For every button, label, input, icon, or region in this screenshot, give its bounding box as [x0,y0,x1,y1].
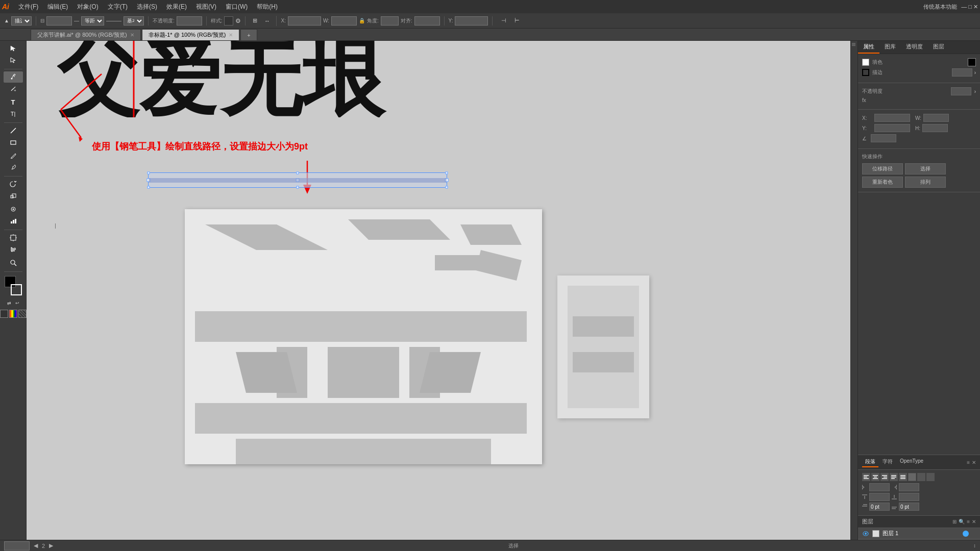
layers-search-icon[interactable]: 🔍 [959,519,965,524]
menu-text[interactable]: 文字(T) [104,2,132,12]
opacity-right-input[interactable]: 100% [951,87,971,95]
symbol-tool[interactable] [4,204,23,215]
justify-btn[interactable] [890,473,898,481]
tab-extra[interactable]: + [240,29,257,40]
handle-tr[interactable] [446,172,448,174]
tab-untitled[interactable]: 非标题-1* @ 100% (RGB/预览) ✕ [142,29,240,40]
align-left-icon[interactable]: ⊣ [499,16,509,26]
stroke-selector[interactable]: 描边 [11,16,32,26]
path-selection-box[interactable] [148,172,447,188]
direct-selection-tool[interactable] [4,55,23,66]
type-tool[interactable]: T [4,96,23,108]
hand-tool[interactable] [4,244,23,255]
menu-help[interactable]: 帮助(H) [253,2,282,12]
align-icon[interactable]: ⊞ [250,16,260,26]
column-chart-tool[interactable] [4,215,23,227]
stroke-size-right[interactable]: 9 pt [952,68,972,77]
pen-tool[interactable] [4,71,23,83]
menu-file[interactable]: 文件(F) [14,2,42,12]
scale-tool[interactable] [4,190,23,202]
swap-colors-icon[interactable]: ⇄ [6,299,13,307]
x-input[interactable]: 469.928 [288,16,321,26]
tab-father-day[interactable]: 父亲节讲解.ai* @ 800% (RGB/预览) ✕ [31,29,141,40]
handle-tl[interactable] [148,172,150,174]
style-preview[interactable] [224,16,233,26]
h-input[interactable]: 0 px [414,16,440,26]
panel-hamburger-icon[interactable]: ≡ [967,460,970,465]
layers-collapse-icon[interactable]: ✕ [972,519,976,524]
stroke-preset-select[interactable]: 基本 [124,16,144,26]
style-settings-icon[interactable]: ⚙ [235,17,241,24]
zoom-tool[interactable] [4,257,23,268]
rotate-tool[interactable] [4,179,23,190]
align-left-btn[interactable] [862,473,870,481]
artboard-main[interactable] [185,209,542,464]
y-right-input[interactable]: 944.375 [874,124,910,132]
stroke-expand-icon[interactable]: › [974,70,976,76]
lock-icon[interactable]: 🔒 [359,18,365,23]
w-input[interactable]: 95 px [331,16,357,26]
opacity-input[interactable]: 100% [177,16,202,26]
justify-all-btn[interactable] [899,473,907,481]
menu-effects[interactable]: 效果(E) [162,2,191,12]
x-right-input[interactable]: 469.928 [874,114,910,122]
gradient-icon[interactable] [9,310,17,318]
menu-view[interactable]: 视图(V) [192,2,220,12]
brush-tool[interactable] [4,162,23,173]
stroke-size-input[interactable]: 9 pt [46,16,72,26]
line-tool[interactable] [4,125,23,136]
last-indent-input[interactable] [899,503,919,511]
status-nav-prev[interactable]: ◀ [34,542,38,549]
align-right-btn[interactable] [880,473,889,481]
w-right-input[interactable]: 95 px [923,114,949,122]
char-tab[interactable]: 字符 [879,457,896,467]
recolor-btn[interactable]: 重新着色 [862,177,903,188]
align-btn-8[interactable] [926,473,935,481]
r-tab-library[interactable]: 图库 [879,41,901,54]
selection-tool[interactable] [4,43,23,54]
transform-icon[interactable]: ↔ [262,16,272,26]
path-container[interactable] [148,172,447,188]
space-before-input[interactable]: 0 pt [869,493,890,501]
panel-collapse-btn[interactable]: ✕ [972,460,976,465]
angle-right-input[interactable]: 0° [871,134,896,142]
canvas-area[interactable]: 父爱无垠 使用【钢笔工具】绘制直线路径，设置描边大小为9pt [27,41,857,551]
stroke-color[interactable] [11,284,22,295]
menu-object[interactable]: 对象(O) [73,2,102,12]
align-center-btn[interactable] [871,473,879,481]
opentype-tab[interactable]: OpenType [897,457,926,467]
area-type-tool[interactable]: T| [4,108,23,119]
handle-bl[interactable] [148,186,150,189]
stroke-icon[interactable] [862,69,869,76]
fill-swatch[interactable] [968,58,976,66]
tab-close-2[interactable]: ✕ [229,32,233,38]
rect-tool[interactable] [4,137,23,148]
handle-bc[interactable] [297,186,299,189]
panel-strip-icon[interactable]: ||| [852,43,856,46]
window-controls[interactable]: — □ ✕ [961,4,978,10]
menu-window[interactable]: 窗口(W) [222,2,252,12]
para-tab[interactable]: 段落 [862,457,878,467]
default-colors-icon[interactable]: ↩ [14,299,21,307]
arrange-btn[interactable]: 排列 [905,177,946,188]
align-btn-6[interactable] [908,473,916,481]
layer-lock-indicator[interactable] [970,531,976,537]
angle-input[interactable]: 0° [381,16,399,26]
menu-edit[interactable]: 编辑(E) [43,2,72,12]
color-swatch-icon[interactable] [0,310,8,318]
handle-br[interactable] [446,186,448,189]
handle-tc[interactable] [297,172,299,174]
first-line-input[interactable] [869,503,890,511]
r-tab-transparency[interactable]: 透明度 [901,41,928,54]
pencil-tool[interactable] [4,150,23,161]
h-right-input[interactable]: 0 px [922,124,948,132]
zoom-input[interactable]: 800% [4,541,30,550]
indent-left-input[interactable]: 0 pt [869,483,890,491]
r-tab-properties[interactable]: 属性 [858,41,879,54]
space-after-input[interactable]: 0 pt [899,493,919,501]
layers-expand-icon[interactable]: ⊞ [952,519,957,524]
menu-select[interactable]: 选择(S) [133,2,161,12]
layer-1-row[interactable]: 图层 1 [858,528,980,539]
layers-menu-icon[interactable]: ≡ [967,519,970,524]
path-offset-btn[interactable]: 位移路径 [862,163,903,174]
